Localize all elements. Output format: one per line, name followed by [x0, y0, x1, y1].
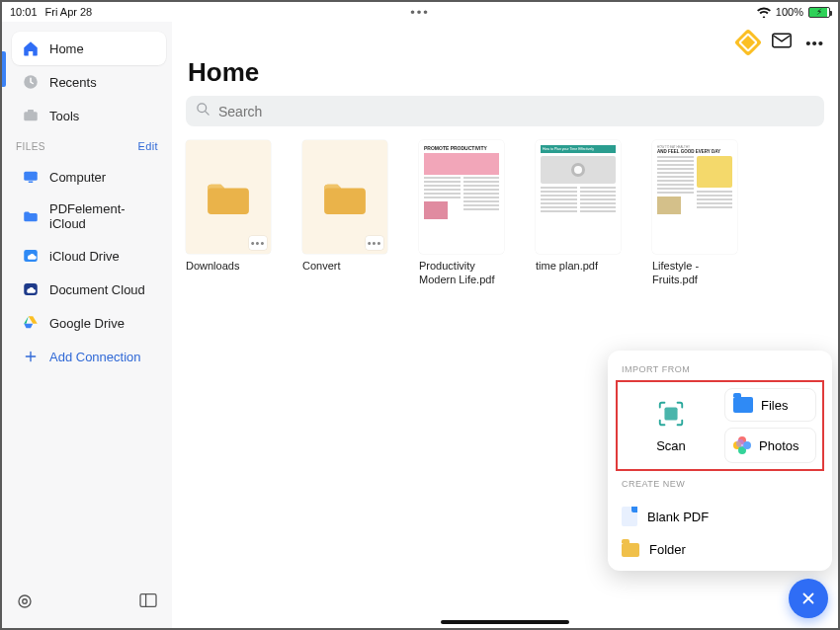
sidebar-item-icloud-drive[interactable]: iCloud Drive: [12, 239, 166, 273]
wifi-icon: [757, 7, 771, 18]
status-time: 10:01: [10, 6, 38, 18]
add-connection-button[interactable]: Add Connection: [12, 340, 166, 373]
svg-point-8: [23, 599, 28, 604]
blank-pdf-option[interactable]: Blank PDF: [614, 499, 826, 534]
add-connection-label: Add Connection: [49, 350, 141, 364]
folder-icon: [322, 179, 368, 216]
close-fab-button[interactable]: [789, 579, 828, 618]
sidebar-item-label: iCloud Drive: [49, 249, 120, 264]
files-folder-icon: [733, 397, 753, 413]
sidebar-item-label: PDFelement-iCloud: [49, 201, 156, 231]
close-icon: [799, 590, 817, 607]
doc-cloud-icon: [22, 280, 40, 298]
create-section-title: CREATE NEW: [608, 475, 832, 495]
sidebar-item-pdfelement-icloud[interactable]: PDFelement-iCloud: [12, 194, 166, 239]
more-icon[interactable]: •••: [805, 35, 824, 51]
status-date: Fri Apr 28: [45, 6, 93, 18]
sidebar-item-label: Computer: [49, 170, 106, 185]
svg-rect-9: [140, 594, 156, 607]
svg-line-13: [205, 111, 209, 115]
sidebar-item-label: Tools: [49, 109, 79, 123]
doc-thumb-title: PROMOTE PRODUCTIVITY: [424, 145, 499, 151]
tile-lifestyle[interactable]: HOW TO EAT HEALTHY AND FEEL GOOD EVERY D…: [652, 140, 741, 287]
main-content: ••• Home ••• Downloads: [172, 22, 838, 628]
create-folder-option[interactable]: Folder: [614, 534, 826, 565]
sidebar: Home Recents Tools FILES Edit: [2, 22, 172, 628]
tile-downloads[interactable]: ••• Downloads: [186, 140, 275, 287]
battery-icon: ⚡︎: [808, 7, 830, 18]
photos-option[interactable]: Photos: [724, 428, 816, 463]
tile-label: Downloads: [186, 260, 275, 274]
home-indicator[interactable]: [441, 620, 569, 624]
files-section-title: FILES: [16, 141, 45, 152]
create-folder-label: Folder: [649, 542, 686, 557]
file-grid: ••• Downloads ••• Convert PROMOTE PRODUC…: [186, 140, 824, 287]
sidebar-item-google-drive[interactable]: Google Drive: [12, 306, 166, 340]
files-label: Files: [761, 398, 788, 413]
svg-rect-3: [24, 172, 38, 181]
gdrive-icon: [22, 314, 40, 332]
sidebar-item-home[interactable]: Home: [12, 32, 166, 65]
scan-icon: [656, 399, 686, 433]
doc-thumb-title: AND FEEL GOOD EVERY DAY: [657, 149, 732, 154]
sidebar-item-label: Home: [49, 41, 84, 56]
sidebar-item-label: Google Drive: [49, 316, 125, 331]
svg-rect-14: [664, 407, 677, 420]
sidebar-item-tools[interactable]: Tools: [12, 99, 166, 132]
sidebar-item-recents[interactable]: Recents: [12, 65, 166, 99]
cloud-drive-icon: [22, 247, 40, 265]
computer-icon: [22, 168, 40, 186]
import-section-title: IMPORT FROM: [608, 360, 832, 380]
multitask-dots-icon[interactable]: •••: [410, 5, 430, 20]
import-popup: IMPORT FROM Scan Files: [608, 351, 832, 571]
tile-convert[interactable]: ••• Convert: [302, 140, 391, 287]
premium-badge-icon[interactable]: [734, 29, 762, 56]
tile-more-icon[interactable]: •••: [366, 236, 383, 250]
home-icon: [22, 39, 40, 57]
photos-icon: [733, 436, 751, 454]
import-from-highlighted-area: Scan Files: [616, 380, 824, 471]
search-icon: [196, 102, 210, 120]
sidebar-collapse-icon[interactable]: [138, 592, 158, 614]
battery-percent: 100%: [776, 6, 803, 18]
mail-icon[interactable]: [772, 33, 792, 52]
folder-icon: [206, 179, 251, 216]
svg-rect-1: [24, 112, 38, 120]
svg-rect-2: [28, 110, 34, 113]
status-bar: 10:01 Fri Apr 28 ••• 100% ⚡︎: [2, 2, 838, 22]
sidebar-item-computer[interactable]: Computer: [12, 160, 166, 194]
plus-icon: [22, 348, 40, 365]
page-title: Home: [188, 57, 824, 88]
sidebar-item-label: Document Cloud: [49, 282, 145, 297]
sidebar-item-label: Recents: [49, 75, 97, 90]
tile-timeplan[interactable]: How to Plan your Time Effectively time p…: [536, 140, 625, 287]
tools-icon: [22, 107, 40, 124]
tile-label: time plan.pdf: [536, 260, 625, 274]
tile-productivity[interactable]: PROMOTE PRODUCTIVITY Productivity Modern…: [419, 140, 508, 287]
files-option[interactable]: Files: [724, 388, 816, 422]
active-tab-indicator: [2, 51, 6, 87]
photos-label: Photos: [759, 438, 798, 453]
scan-option[interactable]: Scan: [624, 388, 718, 463]
tile-label: Convert: [302, 260, 391, 274]
doc-thumb-title: How to Plan your Time Effectively: [541, 145, 616, 153]
blank-pdf-icon: [622, 507, 637, 526]
scan-label: Scan: [656, 438, 686, 453]
clock-icon: [22, 73, 40, 91]
cloud-folder-icon: [22, 207, 40, 225]
search-input[interactable]: [218, 104, 814, 119]
search-bar[interactable]: [186, 96, 824, 126]
tile-label: Lifestyle - Fruits.pdf: [652, 260, 741, 287]
create-folder-icon: [622, 543, 639, 557]
tile-label: Productivity Modern Life.pdf: [419, 260, 508, 287]
sidebar-item-document-cloud[interactable]: Document Cloud: [12, 273, 166, 306]
blank-pdf-label: Blank PDF: [647, 510, 709, 524]
tile-more-icon[interactable]: •••: [249, 236, 267, 250]
svg-point-7: [19, 595, 31, 607]
edit-link[interactable]: Edit: [137, 140, 158, 152]
settings-icon[interactable]: [16, 592, 34, 614]
svg-rect-4: [29, 182, 34, 184]
